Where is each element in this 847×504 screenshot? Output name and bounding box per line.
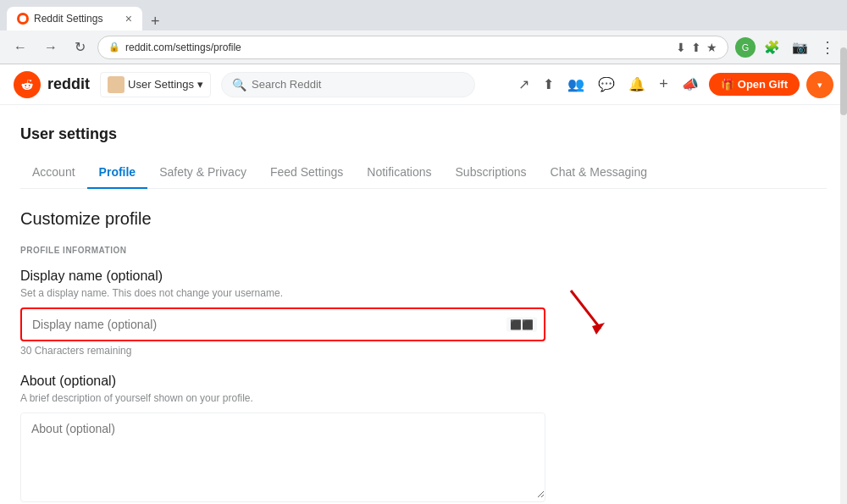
back-button[interactable]: ←: [8, 36, 32, 58]
about-field-group: About (optional) A brief description of …: [20, 374, 545, 502]
page-content: User settings Account Profile Safety & P…: [0, 105, 847, 504]
tab-profile[interactable]: Profile: [87, 157, 148, 189]
reddit-header: reddit User Settings ▾ 🔍 ↗ ⬆ 👥 💬 🔔 + 📣 🎁…: [0, 64, 847, 105]
display-name-counter: ⬛⬛: [507, 318, 537, 332]
header-actions: ↗ ⬆ 👥 💬 🔔 + 📣 🎁 Open Gift ▾: [515, 71, 833, 98]
display-name-field-group: Display name (optional) Set a display na…: [20, 269, 545, 357]
extensions-icon[interactable]: 🧩: [761, 38, 783, 57]
user-avatar-button[interactable]: ▾: [806, 71, 833, 98]
chat-icon-btn[interactable]: 💬: [595, 73, 618, 96]
red-arrow-svg: [554, 282, 622, 341]
reddit-wordmark: reddit: [47, 75, 90, 93]
notifications-icon-btn[interactable]: 🔔: [625, 73, 649, 96]
star-icon[interactable]: ★: [706, 41, 717, 54]
header-search: 🔍: [221, 72, 475, 97]
reddit-icon: [14, 71, 41, 98]
share-icon-btn[interactable]: ↗: [515, 73, 533, 96]
display-name-desc: Set a display name. This does not change…: [20, 287, 545, 299]
about-textarea[interactable]: [21, 413, 545, 498]
browser-chrome: Reddit Settings × + ← → ↻ 🔒 reddit.com/s…: [0, 0, 847, 64]
display-name-input[interactable]: [22, 309, 544, 340]
new-tab-button[interactable]: +: [146, 13, 165, 30]
tab-subscriptions[interactable]: Subscriptions: [444, 157, 539, 189]
reddit-logo[interactable]: reddit: [14, 71, 90, 98]
tab-title: Reddit Settings: [34, 13, 120, 25]
search-box[interactable]: 🔍: [221, 72, 475, 97]
browser-profile-icon[interactable]: G: [735, 37, 756, 58]
display-name-input-wrapper: ⬛⬛: [20, 307, 545, 341]
open-gift-button[interactable]: 🎁 Open Gift: [709, 73, 800, 96]
display-name-char-remaining: 30 Characters remaining: [20, 345, 545, 357]
svg-marker-2: [592, 323, 605, 335]
url-text: reddit.com/settings/profile: [125, 42, 671, 53]
scrollbar-thumb[interactable]: [840, 47, 847, 115]
profile-info-label: PROFILE INFORMATION: [20, 246, 545, 255]
browser-tab-active[interactable]: Reddit Settings ×: [7, 7, 142, 30]
open-gift-label: Open Gift: [738, 78, 788, 91]
gift-icon: 🎁: [721, 78, 734, 91]
display-name-label: Display name (optional): [20, 269, 545, 284]
tab-feed-settings[interactable]: Feed Settings: [258, 157, 355, 189]
reddit-svg: [19, 76, 36, 93]
coins-icon-btn[interactable]: ⬆: [540, 73, 557, 96]
community-icon-btn[interactable]: 👥: [564, 73, 588, 96]
customize-profile-section: Customize profile PROFILE INFORMATION Di…: [20, 209, 545, 504]
broadcast-icon-btn[interactable]: 📣: [678, 73, 702, 96]
refresh-button[interactable]: ↻: [69, 36, 91, 58]
tab-close-button[interactable]: ×: [125, 13, 132, 25]
dropdown-chevron-icon: ▾: [197, 78, 203, 91]
user-settings-icon: [108, 76, 125, 93]
forward-button[interactable]: →: [39, 36, 63, 58]
customize-profile-title: Customize profile: [20, 209, 545, 229]
page-title: User settings: [20, 125, 827, 143]
search-icon: 🔍: [232, 78, 246, 91]
browser-toolbar: ← → ↻ 🔒 reddit.com/settings/profile ⬇ ⬆ …: [0, 30, 847, 64]
tab-favicon: [17, 13, 29, 25]
tab-chat-messaging[interactable]: Chat & Messaging: [539, 157, 659, 189]
tab-bar: Reddit Settings × +: [0, 0, 847, 30]
bookmark-icon[interactable]: ⬇: [676, 41, 686, 54]
about-label: About (optional): [20, 374, 545, 389]
about-desc: A brief description of yourself shown on…: [20, 392, 545, 404]
svg-line-1: [571, 291, 601, 329]
user-settings-button[interactable]: User Settings ▾: [100, 72, 211, 97]
tab-account[interactable]: Account: [20, 157, 87, 189]
toolbar-icons: G 🧩 📷 ⋮: [735, 36, 839, 58]
address-bar[interactable]: 🔒 reddit.com/settings/profile ⬇ ⬆ ★: [97, 36, 728, 59]
tab-safety-privacy[interactable]: Safety & Privacy: [147, 157, 258, 189]
tab-notifications[interactable]: Notifications: [355, 157, 443, 189]
arrow-annotation: [554, 282, 622, 345]
menu-icon[interactable]: ⋮: [817, 36, 839, 58]
add-icon-btn[interactable]: +: [656, 72, 672, 97]
scrollbar-track[interactable]: [840, 30, 847, 504]
search-input[interactable]: [252, 78, 464, 91]
user-settings-label: User Settings: [128, 78, 194, 91]
screenshot-icon[interactable]: 📷: [789, 38, 811, 57]
settings-tabs: Account Profile Safety & Privacy Feed Se…: [20, 157, 827, 189]
about-textarea-wrapper: [20, 413, 545, 502]
share-icon[interactable]: ⬆: [691, 41, 701, 54]
lock-icon: 🔒: [108, 42, 120, 53]
